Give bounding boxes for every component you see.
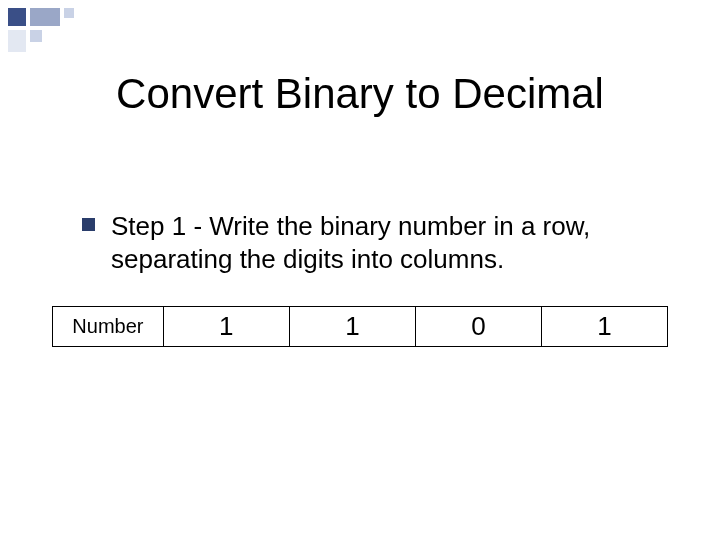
binary-digit: 1 xyxy=(163,307,289,347)
binary-digit: 1 xyxy=(541,307,667,347)
binary-digit: 0 xyxy=(415,307,541,347)
page-title: Convert Binary to Decimal xyxy=(0,70,720,118)
binary-table: Number 1 1 0 1 xyxy=(52,306,668,347)
decor-square xyxy=(8,8,26,26)
binary-digit: 1 xyxy=(289,307,415,347)
decor-square xyxy=(30,30,42,42)
decor-square xyxy=(64,8,74,18)
bullet-item: Step 1 - Write the binary number in a ro… xyxy=(82,210,660,275)
slide: Convert Binary to Decimal Step 1 - Write… xyxy=(0,0,720,540)
table-row: Number 1 1 0 1 xyxy=(53,307,668,347)
table-row-label: Number xyxy=(53,307,164,347)
decor-square xyxy=(8,30,26,52)
bullet-icon xyxy=(82,218,95,231)
decor-square xyxy=(30,8,60,26)
bullet-text: Step 1 - Write the binary number in a ro… xyxy=(111,210,660,275)
